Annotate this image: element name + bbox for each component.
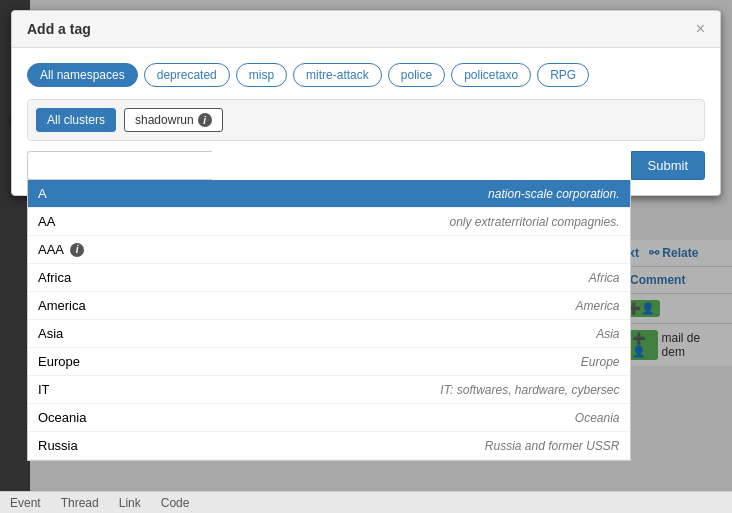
item-name-russia: Russia: [38, 438, 78, 453]
item-desc-america: America: [576, 299, 620, 313]
item-name-a: A: [38, 186, 47, 201]
item-name-america: America: [38, 298, 86, 313]
submit-button[interactable]: Submit: [631, 151, 705, 180]
modal-close-button[interactable]: ×: [696, 21, 705, 37]
shadowrun-info-icon: i: [198, 113, 212, 127]
item-desc-aa: only extraterritorial compagnies.: [449, 215, 619, 229]
cluster-filter-row: All clusters shadowrun i: [27, 99, 705, 141]
shadowrun-cluster-badge[interactable]: shadowrun i: [124, 108, 223, 132]
dropdown-item-asia[interactable]: Asia Asia: [28, 320, 630, 348]
all-clusters-button[interactable]: All clusters: [36, 108, 116, 132]
item-desc-asia: Asia: [596, 327, 619, 341]
dropdown-item-aa[interactable]: AA only extraterritorial compagnies.: [28, 208, 630, 236]
modal-body: All namespaces deprecated misp mitre-att…: [12, 48, 720, 195]
search-submit-row: A nation-scale corporation. AA only extr…: [27, 151, 705, 180]
item-name-aa: AA: [38, 214, 55, 229]
modal-header: Add a tag ×: [12, 11, 720, 48]
item-name-aaa-wrapper: AAA i: [38, 242, 84, 257]
toolbar-event[interactable]: Event: [0, 492, 51, 513]
ns-pill-mitre-attack[interactable]: mitre-attack: [293, 63, 382, 87]
modal-overlay: Add a tag × All namespaces deprecated mi…: [0, 0, 732, 513]
dropdown-item-america[interactable]: America America: [28, 292, 630, 320]
dropdown-item-aaa[interactable]: AAA i: [28, 236, 630, 264]
ns-pill-rpg[interactable]: RPG: [537, 63, 589, 87]
namespace-filter-row: All namespaces deprecated misp mitre-att…: [27, 63, 705, 87]
ns-pill-deprecated[interactable]: deprecated: [144, 63, 230, 87]
item-desc-africa: Africa: [589, 271, 620, 285]
item-desc-it: IT: softwares, hardware, cybersec: [440, 383, 619, 397]
dropdown-item-europe[interactable]: Europe Europe: [28, 348, 630, 376]
toolbar-link[interactable]: Link: [109, 492, 151, 513]
item-name-europe: Europe: [38, 354, 80, 369]
item-desc-europe: Europe: [581, 355, 620, 369]
dropdown-item-a[interactable]: A nation-scale corporation.: [28, 180, 630, 208]
dropdown-item-oceania[interactable]: Oceania Oceania: [28, 404, 630, 432]
item-desc-oceania: Oceania: [575, 411, 620, 425]
aaa-info-icon: i: [70, 243, 84, 257]
item-name-it: IT: [38, 382, 50, 397]
item-name-oceania: Oceania: [38, 410, 86, 425]
dropdown-item-it[interactable]: IT IT: softwares, hardware, cybersec: [28, 376, 630, 404]
item-desc-russia: Russia and former USSR: [485, 439, 620, 453]
item-desc-a: nation-scale corporation.: [488, 187, 619, 201]
shadowrun-label: shadowrun: [135, 113, 194, 127]
ns-pill-policetaxo[interactable]: policetaxo: [451, 63, 531, 87]
item-name-africa: Africa: [38, 270, 71, 285]
tag-dropdown-list: A nation-scale corporation. AA only extr…: [27, 180, 631, 461]
bottom-toolbar: Event Thread Link Code: [0, 491, 732, 513]
modal-title: Add a tag: [27, 21, 91, 37]
add-tag-modal: Add a tag × All namespaces deprecated mi…: [11, 10, 721, 196]
ns-pill-misp[interactable]: misp: [236, 63, 287, 87]
search-wrapper: A nation-scale corporation. AA only extr…: [27, 151, 631, 180]
toolbar-thread[interactable]: Thread: [51, 492, 109, 513]
toolbar-code[interactable]: Code: [151, 492, 200, 513]
dropdown-item-russia[interactable]: Russia Russia and former USSR: [28, 432, 630, 460]
tag-search-input[interactable]: [27, 151, 212, 180]
dropdown-item-africa[interactable]: Africa Africa: [28, 264, 630, 292]
ns-pill-all-namespaces[interactable]: All namespaces: [27, 63, 138, 87]
ns-pill-police[interactable]: police: [388, 63, 445, 87]
item-name-asia: Asia: [38, 326, 63, 341]
item-name-aaa: AAA: [38, 242, 64, 257]
